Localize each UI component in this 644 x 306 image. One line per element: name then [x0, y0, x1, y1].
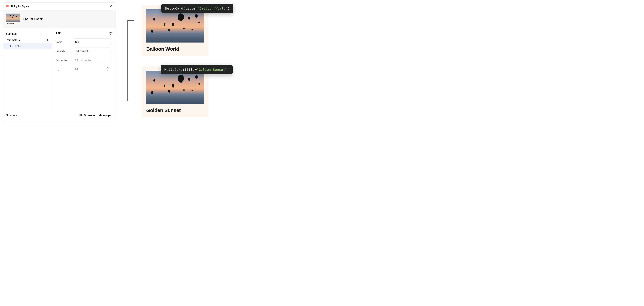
share-label: Share with developer	[84, 114, 112, 117]
connector-bracket	[128, 20, 134, 101]
component-title: Hello Card	[23, 17, 106, 21]
panel-header: Relay for Figma	[3, 2, 116, 10]
card-image	[146, 71, 204, 104]
property-field-label: Property	[56, 50, 72, 52]
relay-panel: Relay for Figma Hello World Hello Card S…	[3, 2, 116, 121]
sidebar-summary[interactable]: Summary	[3, 31, 52, 37]
close-icon[interactable]	[109, 4, 112, 8]
name-field-label: Name	[56, 40, 72, 43]
detail-pane: Title Name Property text-content	[52, 28, 116, 110]
sidebar: Summary Parameters T Title	[3, 28, 52, 110]
svg-line-18	[80, 115, 81, 116]
property-value: text-content	[75, 50, 88, 52]
chevron-down-icon	[107, 50, 109, 52]
name-input[interactable]	[72, 38, 112, 45]
detail-heading: Title	[56, 31, 62, 35]
svg-point-9	[107, 68, 108, 70]
share-with-developer-button[interactable]: Share with developer	[79, 114, 112, 117]
svg-point-14	[80, 115, 80, 115]
plugin-name: Relay for Figma	[11, 5, 29, 7]
target-layer-icon[interactable]	[106, 67, 109, 71]
share-icon	[79, 114, 82, 117]
footer-status: No errors	[6, 114, 17, 117]
sidebar-parameters-label: Parameters	[6, 39, 20, 42]
card-title: Balloon World	[146, 46, 204, 52]
panel-footer: No errors Share with developer	[3, 110, 116, 121]
add-parameter-icon[interactable]	[46, 39, 49, 42]
card-image	[146, 9, 204, 42]
description-input[interactable]	[72, 57, 112, 63]
sidebar-param-title[interactable]: T Title	[3, 43, 52, 49]
svg-point-16	[81, 116, 82, 116]
svg-point-1	[8, 5, 10, 7]
delete-icon[interactable]	[109, 32, 112, 35]
text-type-icon: T	[10, 45, 12, 48]
code-badge-2: HelloCard(title="Golden Sunset")	[161, 65, 232, 74]
svg-point-15	[81, 114, 82, 115]
more-menu-icon[interactable]	[109, 18, 112, 20]
sidebar-param-label: Title	[14, 45, 21, 48]
property-select[interactable]: text-content	[72, 47, 112, 54]
card-title: Golden Sunset	[146, 108, 204, 113]
component-header: Hello World Hello Card	[3, 10, 116, 28]
component-thumbnail: Hello World	[6, 13, 20, 25]
relay-logo-icon	[6, 5, 10, 7]
thumbnail-caption: Hello World	[6, 22, 20, 25]
svg-line-17	[80, 114, 81, 115]
description-field-label: Description	[56, 59, 72, 61]
code-badge-1: HelloCard(title="Balloon World")	[161, 4, 233, 13]
layer-value: Title	[75, 68, 79, 70]
svg-rect-6	[110, 32, 111, 34]
sidebar-parameters-header: Parameters	[3, 37, 52, 43]
layer-field-label: Layer	[56, 68, 72, 70]
